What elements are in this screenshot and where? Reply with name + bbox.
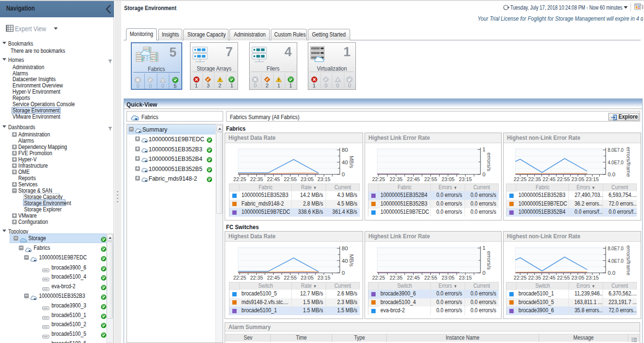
svg-text:22:55: 22:55 — [284, 275, 297, 281]
svg-text:40: 40 — [342, 159, 348, 165]
svg-text:8.0E7.0: 8.0E7.0 — [607, 245, 623, 251]
svg-text:22:25: 22:25 — [514, 176, 527, 182]
svg-text:22:35: 22:35 — [390, 275, 403, 281]
svg-text:4.0E7.0: 4.0E7.0 — [607, 159, 623, 165]
svg-text:0: 0 — [482, 172, 485, 177]
svg-text:23:05: 23:05 — [442, 176, 455, 182]
svg-text:22:45: 22:45 — [543, 176, 556, 182]
svg-text:22:35: 22:35 — [250, 275, 263, 281]
svg-text:23:05: 23:05 — [571, 275, 584, 281]
svg-text:23:05: 23:05 — [301, 275, 314, 281]
svg-text:23:05: 23:05 — [442, 275, 455, 281]
svg-text:23:15: 23:15 — [586, 275, 599, 281]
svg-text:23:15: 23:15 — [459, 275, 472, 281]
svg-text:22:55: 22:55 — [557, 275, 570, 281]
svg-text:22:25: 22:25 — [233, 275, 246, 281]
svg-text:23:05: 23:05 — [301, 176, 314, 182]
svg-text:1: 1 — [482, 245, 485, 251]
svg-text:80: 80 — [342, 245, 348, 251]
svg-text:22:25: 22:25 — [233, 176, 246, 182]
svg-text:errors/s: errors/s — [486, 251, 492, 270]
svg-text:22:45: 22:45 — [407, 275, 420, 281]
svg-text:errors/s: errors/s — [486, 153, 492, 172]
svg-text:22:25: 22:25 — [514, 275, 527, 281]
svg-text:1: 1 — [482, 147, 485, 152]
svg-text:0: 0 — [342, 172, 345, 177]
svg-text:22:55: 22:55 — [424, 176, 437, 182]
svg-text:23:15: 23:15 — [317, 275, 330, 281]
svg-text:22:45: 22:45 — [267, 176, 280, 182]
svg-text:errors/frame: errors/frame — [626, 147, 631, 177]
svg-text:22:45: 22:45 — [267, 275, 280, 281]
svg-text:0.0: 0.0 — [607, 270, 615, 276]
svg-text:40: 40 — [342, 258, 348, 264]
svg-text:0.0: 0.0 — [607, 172, 615, 177]
svg-text:22:35: 22:35 — [250, 176, 263, 182]
svg-text:MB/s: MB/s — [349, 254, 354, 267]
svg-text:23:15: 23:15 — [459, 176, 472, 182]
svg-text:23:15: 23:15 — [586, 176, 599, 182]
svg-text:0: 0 — [342, 270, 345, 276]
svg-text:22:55: 22:55 — [424, 275, 437, 281]
svg-text:8.0E7.0: 8.0E7.0 — [607, 147, 623, 153]
svg-text:MB/s: MB/s — [349, 156, 354, 168]
svg-text:0: 0 — [482, 270, 485, 276]
svg-text:22:35: 22:35 — [528, 176, 541, 182]
svg-text:22:45: 22:45 — [543, 275, 556, 281]
svg-text:4.0E7.0: 4.0E7.0 — [607, 258, 623, 264]
svg-text:22:35: 22:35 — [528, 275, 541, 281]
svg-text:22:45: 22:45 — [407, 176, 420, 182]
svg-text:22:25: 22:25 — [372, 176, 385, 182]
svg-text:22:55: 22:55 — [284, 176, 297, 182]
svg-text:22:55: 22:55 — [557, 176, 570, 182]
svg-text:errors/frame: errors/frame — [626, 245, 631, 276]
svg-text:80: 80 — [342, 147, 348, 153]
svg-text:23:15: 23:15 — [317, 176, 330, 182]
svg-text:22:35: 22:35 — [390, 176, 403, 182]
svg-text:22:25: 22:25 — [372, 275, 385, 281]
svg-text:23:05: 23:05 — [571, 176, 584, 182]
